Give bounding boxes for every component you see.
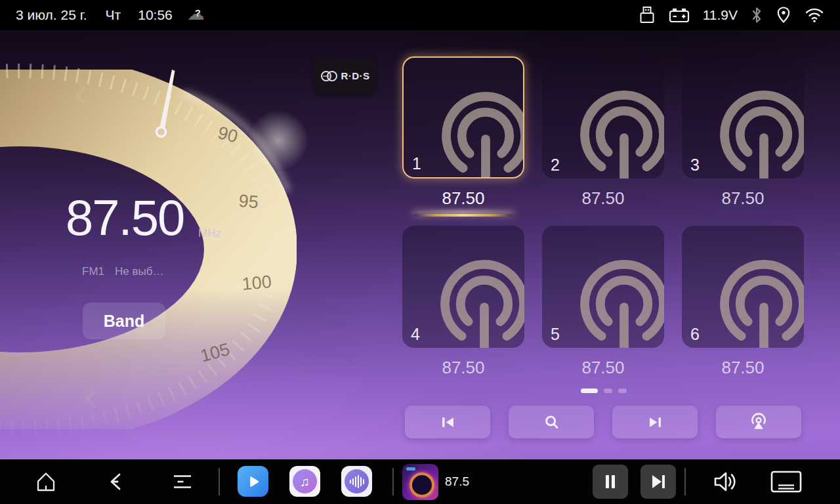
music-app-circle: ♫ xyxy=(293,469,317,494)
radio-app-screen: 3 июл. 25 г. Чт 10:56 ☁ ? xyxy=(0,0,840,504)
album-art[interactable] xyxy=(402,464,438,500)
preset-frequency: 87.50 xyxy=(442,188,484,209)
preset-frequency: 87.50 xyxy=(581,188,624,209)
search-stations-button[interactable] xyxy=(509,406,594,438)
waveform-icon xyxy=(348,474,366,490)
tuner-main: 90 95 100 105 ‹ ‹ 87.50 MHz FM1 Не выб… … xyxy=(0,30,840,459)
status-time: 10:56 xyxy=(138,7,173,23)
seek-left-chevron-bottom: ‹ xyxy=(84,371,98,420)
frequency-unit: MHz xyxy=(198,227,221,240)
divider xyxy=(392,468,394,495)
pause-icon xyxy=(602,474,618,490)
next-track-icon xyxy=(650,474,667,490)
home-icon[interactable] xyxy=(34,470,58,494)
preset-number: 6 xyxy=(690,325,700,344)
dial-label-95: 95 xyxy=(238,191,260,213)
dial-label-100: 100 xyxy=(241,272,272,294)
divider xyxy=(219,468,220,495)
antenna-icon xyxy=(435,255,524,348)
preset-number: 3 xyxy=(690,156,700,175)
next-icon xyxy=(646,413,664,431)
preset-tile[interactable]: 5 xyxy=(542,226,664,348)
preset-frequency: 87.50 xyxy=(581,358,624,378)
car-battery-icon xyxy=(669,7,690,24)
preset-frequency: 87.50 xyxy=(721,188,764,209)
music-app-icon[interactable]: ♫ xyxy=(289,466,320,497)
rds-badge: R·D·S xyxy=(314,57,376,94)
live-broadcast-icon xyxy=(749,413,768,431)
bluetooth-icon[interactable] xyxy=(751,6,763,24)
now-playing-frequency: 87.5 xyxy=(445,474,469,489)
volume-icon[interactable] xyxy=(711,469,740,495)
divider xyxy=(684,468,686,495)
preset-number: 5 xyxy=(551,325,560,344)
status-bar: 3 июл. 25 г. Чт 10:56 ☁ ? xyxy=(0,0,840,30)
page-dot[interactable] xyxy=(618,388,627,393)
back-icon[interactable] xyxy=(105,471,127,493)
previous-station-button[interactable] xyxy=(405,406,490,438)
play-icon xyxy=(243,472,263,492)
live-broadcast-button[interactable] xyxy=(716,406,801,438)
status-date: 3 июл. 25 г. xyxy=(16,7,87,23)
preset-frequency: 87.50 xyxy=(721,358,764,378)
preset-tile[interactable]: 1 xyxy=(402,56,524,178)
preset-number: 1 xyxy=(412,154,421,173)
location-icon[interactable] xyxy=(776,6,791,24)
preset-tile[interactable]: 4 xyxy=(402,226,524,348)
tuner-dial[interactable]: 90 95 100 105 ‹ ‹ xyxy=(0,30,368,459)
preset-tile[interactable]: 3 xyxy=(682,56,804,178)
screen-off-icon[interactable] xyxy=(769,469,803,495)
status-weekday: Чт xyxy=(106,7,121,23)
seek-left-chevron-top: ‹ xyxy=(74,68,88,117)
search-icon xyxy=(543,413,560,431)
music-note-icon: ♫ xyxy=(300,475,310,488)
weather-question-badge: ? xyxy=(195,7,201,18)
preset-tile[interactable]: 6 xyxy=(682,226,804,348)
battery-voltage: 11.9V xyxy=(703,7,738,23)
next-track-button[interactable] xyxy=(640,465,676,499)
preset-tile[interactable]: 2 xyxy=(542,56,664,178)
dial-ring xyxy=(0,71,308,428)
preset-number: 4 xyxy=(411,325,420,344)
page-dot[interactable] xyxy=(604,388,612,393)
wifi-icon[interactable] xyxy=(805,7,824,24)
antenna-icon xyxy=(575,85,664,178)
preset-number: 2 xyxy=(551,156,560,175)
preset-frequency: 87.50 xyxy=(442,358,484,378)
weather-icon[interactable]: ☁ ? xyxy=(187,5,209,25)
antenna-icon xyxy=(436,87,524,178)
tasks-icon[interactable] xyxy=(169,469,196,495)
band-button[interactable]: Band xyxy=(83,303,165,339)
video-player-app-icon[interactable] xyxy=(238,466,268,497)
rds-logo-icon xyxy=(320,69,339,83)
current-frequency: 87.50 xyxy=(66,193,184,243)
preset-page-indicator xyxy=(402,388,805,393)
rds-label: R·D·S xyxy=(341,70,369,81)
antenna-icon xyxy=(715,255,804,348)
previous-icon xyxy=(439,413,457,431)
nav-bar: ♫ 87.5 xyxy=(0,459,840,504)
pause-button[interactable] xyxy=(593,465,628,499)
preset-grid: 1 87.50 2 87.50 xyxy=(402,56,805,387)
page-dot-active[interactable] xyxy=(581,388,598,393)
station-name: Не выб… xyxy=(115,265,163,278)
voice-app-circle xyxy=(345,469,369,494)
next-station-button[interactable] xyxy=(612,406,698,438)
band-label: FM1 xyxy=(82,265,104,278)
voice-app-icon[interactable] xyxy=(341,466,372,497)
usb-icon xyxy=(639,6,656,24)
antenna-icon xyxy=(575,255,664,348)
antenna-icon xyxy=(715,85,804,178)
